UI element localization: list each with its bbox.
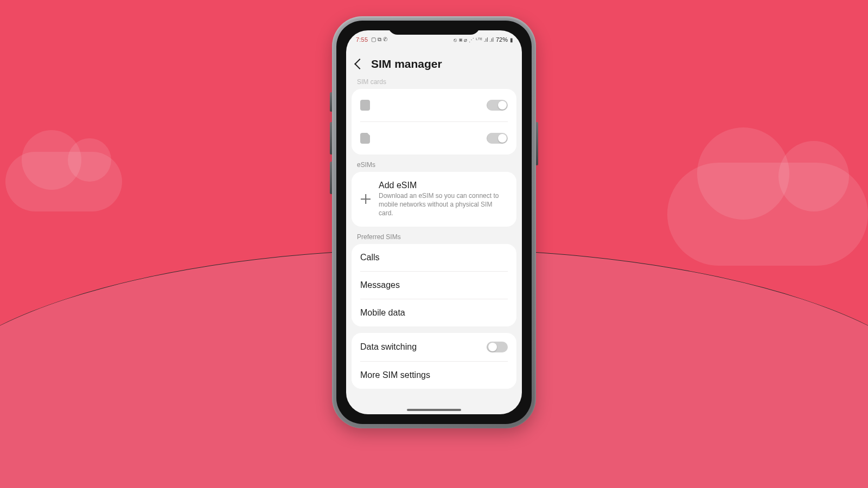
sim-card-1-toggle[interactable]: [487, 100, 508, 111]
esim-card: Add eSIM Download an eSIM so you can con…: [352, 172, 516, 227]
sim-cards-card: [352, 89, 516, 155]
cloud-illustration: [667, 163, 868, 266]
preferred-messages-label: Messages: [360, 280, 508, 290]
data-switching-toggle[interactable]: [487, 342, 508, 352]
more-sim-settings-label: More SIM settings: [360, 370, 508, 380]
page-title: SIM manager: [371, 57, 442, 70]
background-stage: 7:55 ▢ ⧉ ✆ ⎋ ⋇ ⌀ ⋰ ᴸᵀᴱ .ıl .ıl 72% ▮ SIM…: [0, 0, 868, 488]
sim-icon: [360, 133, 370, 144]
status-time: 7:55: [356, 36, 368, 43]
section-label-preferred: Preferred SIMs: [346, 233, 522, 244]
cloud-illustration: [5, 152, 122, 211]
sim-icon: [360, 100, 370, 111]
phone-screen: 7:55 ▢ ⧉ ✆ ⎋ ⋇ ⌀ ⋰ ᴸᵀᴱ .ıl .ıl 72% ▮ SIM…: [346, 30, 522, 414]
preferred-sims-card: Calls Messages Mobile data: [352, 244, 516, 326]
phone-mockup: 7:55 ▢ ⧉ ✆ ⎋ ⋇ ⌀ ⋰ ᴸᵀᴱ .ıl .ıl 72% ▮ SIM…: [332, 16, 536, 428]
app-header: SIM manager: [346, 47, 522, 78]
preferred-messages-row[interactable]: Messages: [352, 272, 516, 299]
preferred-calls-row[interactable]: Calls: [352, 244, 516, 271]
phone-notch: [388, 21, 480, 35]
sim-card-row-2[interactable]: [352, 122, 516, 155]
plus-icon: [360, 194, 371, 204]
sim-card-row-1[interactable]: [352, 89, 516, 121]
back-icon[interactable]: [354, 59, 365, 69]
sim-card-2-toggle[interactable]: [487, 133, 508, 144]
section-label-esims: eSIMs: [346, 161, 522, 172]
more-sim-settings-row[interactable]: More SIM settings: [352, 362, 516, 389]
data-switching-row[interactable]: Data switching: [352, 333, 516, 361]
battery-icon: ▮: [510, 37, 513, 43]
add-esim-row[interactable]: Add eSIM Download an eSIM so you can con…: [352, 172, 516, 227]
preferred-mobile-data-label: Mobile data: [360, 308, 508, 318]
status-battery-text: 72%: [496, 36, 508, 43]
data-switching-label: Data switching: [360, 342, 479, 352]
home-indicator[interactable]: [407, 409, 461, 411]
preferred-mobile-data-row[interactable]: Mobile data: [352, 299, 516, 326]
preferred-calls-label: Calls: [360, 253, 508, 262]
status-right-icons: ⎋ ⋇ ⌀ ⋰ ᴸᵀᴱ .ıl .ıl: [454, 37, 494, 43]
extra-settings-card: Data switching More SIM settings: [352, 333, 516, 389]
section-label-sim-cards: SIM cards: [346, 78, 522, 89]
add-esim-title: Add eSIM: [379, 181, 508, 190]
status-left-icons: ▢ ⧉ ✆: [371, 36, 387, 43]
add-esim-subtitle: Download an eSIM so you can connect to m…: [379, 191, 508, 218]
